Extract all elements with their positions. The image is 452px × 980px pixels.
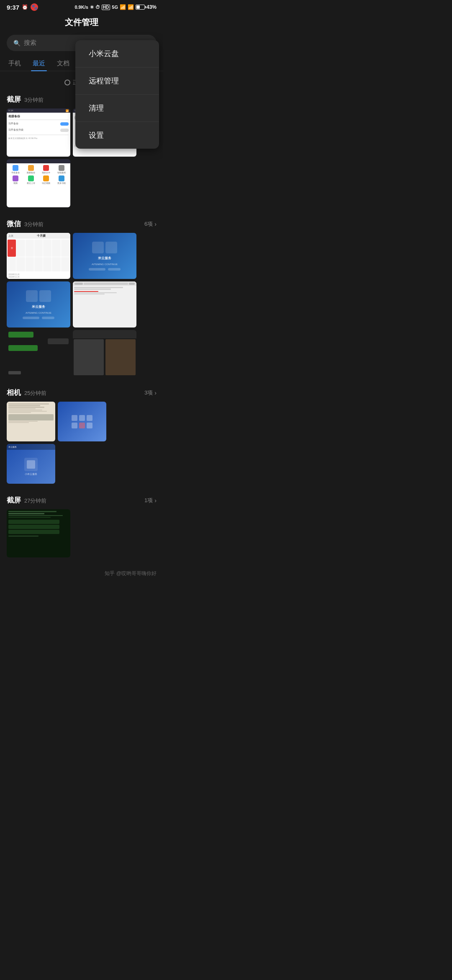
wechat-more[interactable]: 6项 › — [144, 220, 157, 228]
battery-percent: 43% — [146, 4, 157, 10]
wechat-count: 6项 — [144, 220, 153, 228]
screenshot2-more[interactable]: 1项 › — [144, 497, 157, 504]
chevron-right-icon: › — [154, 221, 157, 227]
status-left: 9:37 ⏰ 🐾 — [7, 3, 38, 11]
section-screenshot2: 截屏 27分钟前 1项 › — [0, 492, 163, 557]
status-bar: 9:37 ⏰ 🐾 0.9K/s ✳ ⏱ HD 5G 📶 📶 43% — [0, 0, 163, 13]
status-time: 9:37 — [7, 4, 19, 11]
screenshot2-title-group: 截屏 27分钟前 — [7, 495, 46, 505]
chevron-right-icon-2: › — [154, 389, 157, 396]
status-right: 0.9K/s ✳ ⏱ HD 5G 📶 📶 43% — [74, 4, 157, 10]
scan-circle-icon — [64, 80, 70, 85]
wechat-thumb-2[interactable]: 米云服务 AITEMING CONTINUE — [73, 233, 136, 279]
network-speed: 0.9K/s — [74, 5, 88, 10]
dropdown-menu: 小米云盘 远程管理 清理 设置 — [75, 40, 159, 149]
screenshot2-thumbs — [0, 509, 163, 557]
screenshot2-thumb-1[interactable] — [7, 509, 70, 557]
signal-bars-2: 📶 — [128, 4, 134, 10]
camera-title-group: 相机 25分钟前 — [7, 388, 46, 397]
section-screenshots-name: 截屏 — [7, 95, 21, 104]
chevron-right-icon-3: › — [154, 497, 157, 504]
dropdown-item-settings[interactable]: 设置 — [75, 122, 159, 149]
bluetooth-icon: ✳ — [90, 5, 94, 10]
section-title-group: 截屏 3分钟前 — [7, 95, 44, 104]
watermark-text: 知乎 @哎哟哥哥嗨你好 — [105, 570, 157, 576]
app-title: 文件管理 — [65, 17, 98, 28]
clock-icon: ⏱ — [95, 5, 100, 10]
dropdown-item-cloud[interactable]: 小米云盘 — [75, 40, 159, 67]
section-screenshot2-name: 截屏 — [7, 495, 21, 505]
app-icon: 🐾 — [31, 3, 38, 11]
section-screenshot2-time: 27分钟前 — [24, 497, 46, 505]
screenshot2-count: 1项 — [144, 497, 153, 504]
dropdown-item-clean[interactable]: 清理 — [75, 95, 159, 122]
screenshot-thumb-3[interactable]: 手机备份 图册备份 我的文件 智能建档 — [7, 159, 70, 207]
alarm-icon: ⏰ — [22, 4, 28, 10]
section-camera: 相机 25分钟前 3项 › — [0, 384, 163, 484]
tab-docs[interactable]: 文档 — [55, 56, 71, 71]
wechat-thumb-3[interactable]: 米云服务 AITEMING CONTINUE — [7, 281, 70, 328]
section-wechat-time: 3分钟前 — [24, 221, 44, 228]
search-input-placeholder: 搜索 — [24, 39, 36, 47]
section-camera-time: 25分钟前 — [24, 389, 46, 397]
section-screenshot2-header: 截屏 27分钟前 1项 › — [0, 492, 163, 509]
camera-thumbs: 米云服务 小米云服务 — [0, 402, 163, 484]
wechat-thumbs-row1: 上次 十月摄 剪 — [0, 233, 163, 328]
wechat-thumb-6[interactable] — [73, 330, 136, 376]
wechat-thumb-5[interactable] — [7, 330, 70, 376]
section-wechat: 微信 3分钟前 6项 › 上次 十月摄 剪 — [0, 216, 163, 376]
signal-5g: 5G — [112, 5, 118, 10]
battery-icon — [136, 5, 145, 10]
search-icon: 🔍 — [13, 40, 21, 46]
camera-count: 3项 — [144, 389, 153, 397]
wechat-thumb-1[interactable]: 上次 十月摄 剪 — [7, 233, 70, 279]
camera-thumb-1[interactable] — [7, 402, 55, 441]
section-wechat-name: 微信 — [7, 219, 21, 229]
signal-bars-1: 📶 — [120, 4, 126, 10]
section-wechat-header: 微信 3分钟前 6项 › — [0, 216, 163, 233]
hd-badge: HD — [102, 5, 110, 10]
tab-recent[interactable]: 最近 — [31, 56, 47, 71]
dropdown-item-remote[interactable]: 远程管理 — [75, 67, 159, 95]
wechat-thumb-4[interactable] — [73, 281, 136, 328]
camera-more[interactable]: 3项 › — [144, 389, 157, 397]
section-screenshots-time: 3分钟前 — [24, 96, 44, 104]
screenshot-thumb-1[interactable]: 9:34 📶 相册备份 马甲备份 马甲备份升级 — [7, 108, 70, 157]
camera-thumb-2[interactable] — [58, 402, 106, 441]
wechat-title-group: 微信 3分钟前 — [7, 219, 44, 229]
section-camera-header: 相机 25分钟前 3项 › — [0, 384, 163, 402]
app-header: 文件管理 — [0, 13, 163, 31]
watermark: 知乎 @哎哟哥哥嗨你好 — [0, 566, 163, 581]
wechat-thumbs-row2 — [0, 330, 163, 376]
tab-phone[interactable]: 手机 — [7, 56, 23, 71]
camera-thumb-3[interactable]: 米云服务 小米云服务 — [7, 444, 55, 484]
section-camera-name: 相机 — [7, 388, 21, 397]
